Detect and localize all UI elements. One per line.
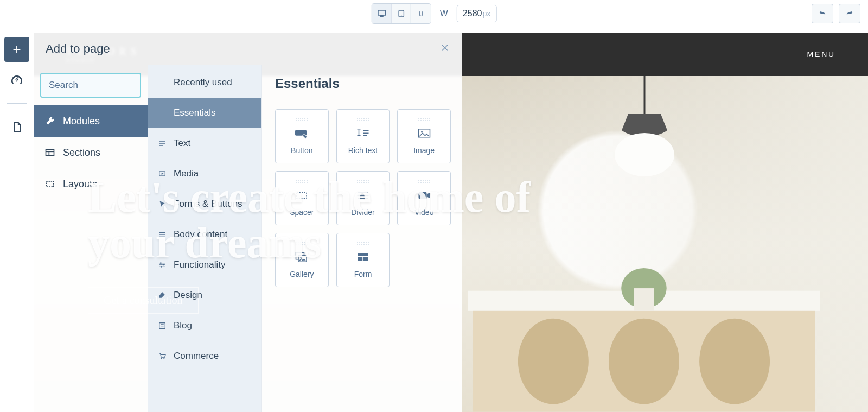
svg-point-10 xyxy=(699,319,770,404)
drag-handle-icon xyxy=(357,118,369,121)
add-button[interactable] xyxy=(4,37,29,62)
module-richtext[interactable]: Rich text xyxy=(336,109,390,163)
undo-button[interactable] xyxy=(812,4,833,23)
history-controls xyxy=(812,4,860,23)
drag-handle-icon xyxy=(357,242,369,245)
svg-point-32 xyxy=(421,131,423,133)
cart-icon xyxy=(157,352,167,360)
category-blog[interactable]: Blog xyxy=(148,310,261,341)
pendant-light-illustration xyxy=(601,76,688,195)
performance-button[interactable] xyxy=(4,67,29,92)
svg-rect-15 xyxy=(46,149,54,156)
tab-sections-label: Sections xyxy=(63,147,100,159)
category-text[interactable]: Text xyxy=(148,128,261,159)
device-desktop[interactable] xyxy=(372,4,392,23)
island-illustration xyxy=(468,261,820,412)
blog-icon xyxy=(157,321,167,330)
svg-point-3 xyxy=(420,15,421,15)
module-richtext-label: Rich text xyxy=(348,146,378,155)
close-button[interactable] xyxy=(440,43,450,55)
plus-icon xyxy=(11,43,23,55)
module-button[interactable]: Button xyxy=(275,109,329,163)
svg-point-28 xyxy=(161,358,162,359)
svg-rect-38 xyxy=(358,253,368,256)
category-recent-label: Recently used xyxy=(174,77,232,88)
device-mobile[interactable] xyxy=(411,4,431,23)
search-box[interactable] xyxy=(40,73,141,98)
device-tablet[interactable] xyxy=(392,4,411,23)
redo-icon xyxy=(844,9,855,18)
category-blog-label: Blog xyxy=(174,320,192,331)
button-icon xyxy=(293,125,310,142)
module-gallery-label: Gallery xyxy=(290,270,314,278)
svg-rect-40 xyxy=(363,257,368,261)
search-input[interactable] xyxy=(49,80,164,91)
sections-icon xyxy=(44,147,55,158)
richtext-icon xyxy=(355,125,371,142)
svg-point-9 xyxy=(609,319,679,404)
svg-point-1 xyxy=(401,15,401,16)
svg-rect-12 xyxy=(634,289,654,312)
page-icon xyxy=(11,121,23,133)
svg-point-5 xyxy=(615,133,674,176)
width-label: W xyxy=(440,9,448,18)
top-toolbar: W 2580 px xyxy=(0,0,868,27)
menu-link[interactable]: MENU xyxy=(807,50,835,59)
panel-title: Add to page xyxy=(46,42,110,56)
category-recent[interactable]: Recently used xyxy=(148,67,261,98)
hero-heading-line1: Let's create the home of xyxy=(88,174,531,220)
module-button-label: Button xyxy=(291,146,312,155)
close-icon xyxy=(440,43,450,53)
category-essentials-label: Essentials xyxy=(174,107,215,118)
layouts-icon xyxy=(44,179,55,189)
width-value: 2580 xyxy=(463,9,482,18)
device-width-group: W 2580 px xyxy=(372,3,497,24)
module-form[interactable]: Form xyxy=(336,233,390,287)
category-text-label: Text xyxy=(174,138,190,149)
tab-sections[interactable]: Sections xyxy=(34,137,148,168)
module-form-label: Form xyxy=(354,270,372,278)
hero-heading-line2: your dreams xyxy=(88,220,321,265)
rail-divider xyxy=(7,103,27,104)
tablet-icon xyxy=(397,9,405,18)
hero-cta[interactable]: Get a consultation xyxy=(88,287,199,314)
wrench-icon xyxy=(44,116,55,126)
main-area: TERIORS STUDIO MENU L xyxy=(0,33,868,412)
form-icon xyxy=(355,249,371,265)
drag-handle-icon xyxy=(296,118,308,121)
mobile-icon xyxy=(418,9,424,18)
desktop-icon xyxy=(376,9,387,18)
tab-modules-label: Modules xyxy=(63,116,100,127)
modules-heading: Essentials xyxy=(275,76,451,99)
left-rail xyxy=(0,33,34,412)
undo-icon xyxy=(817,9,828,18)
tab-modules[interactable]: Modules xyxy=(34,105,148,137)
pages-button[interactable] xyxy=(4,115,29,140)
redo-button[interactable] xyxy=(839,4,860,23)
image-icon xyxy=(416,125,432,142)
search-wrap xyxy=(34,73,148,98)
width-unit: px xyxy=(482,9,490,18)
panel-header: Add to page xyxy=(34,33,462,65)
module-image-label: Image xyxy=(413,146,435,155)
svg-point-29 xyxy=(163,358,164,359)
category-commerce[interactable]: Commerce xyxy=(148,341,261,371)
category-commerce-label: Commerce xyxy=(174,351,219,362)
gauge-icon xyxy=(10,73,23,86)
svg-rect-18 xyxy=(46,181,53,187)
device-switcher xyxy=(372,3,431,24)
svg-point-8 xyxy=(518,319,589,404)
module-image[interactable]: Image xyxy=(397,109,451,163)
width-input[interactable]: 2580 px xyxy=(457,5,496,22)
svg-rect-39 xyxy=(358,257,362,261)
category-essentials[interactable]: Essentials xyxy=(148,98,261,128)
drag-handle-icon xyxy=(418,118,430,121)
text-icon xyxy=(157,139,167,148)
